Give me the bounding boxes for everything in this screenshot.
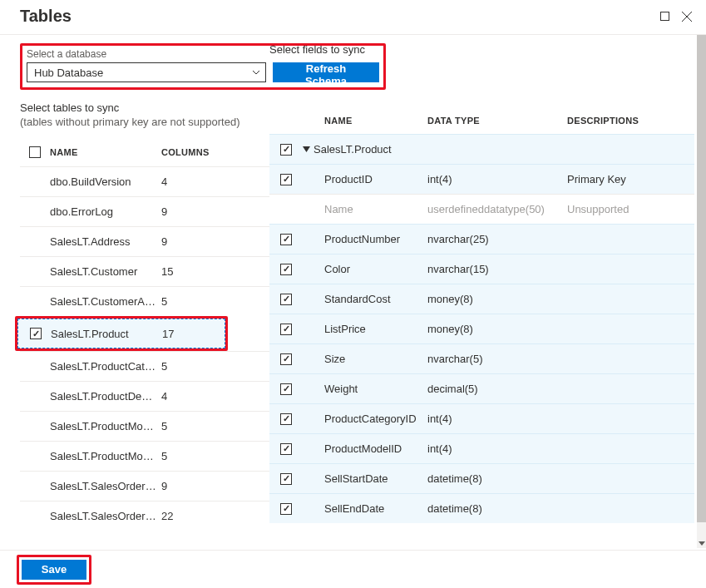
table-row[interactable]: dbo.ErrorLog9 [20, 196, 269, 226]
tables-section-label: Select tables to sync [20, 101, 269, 114]
field-type: money(8) [427, 323, 567, 335]
field-name: SellStartDate [303, 472, 427, 485]
table-name: dbo.BuildVersion [50, 175, 161, 188]
left-pane: Select a database Hub Database Refresh S… [0, 35, 269, 548]
field-name: ProductNumber [303, 233, 427, 245]
maximize-icon[interactable] [660, 12, 669, 21]
field-checkbox[interactable] [280, 234, 292, 245]
field-name: StandardCost [303, 293, 427, 305]
database-dropdown[interactable]: Hub Database [27, 62, 266, 82]
field-type: int(4) [427, 173, 567, 185]
field-type: int(4) [427, 413, 567, 425]
table-row[interactable]: SalesLT.Address9 [20, 226, 269, 256]
field-checkbox[interactable] [280, 264, 292, 275]
save-button-highlight: Save [17, 555, 91, 585]
field-checkbox[interactable] [280, 174, 292, 185]
field-checkbox[interactable] [280, 473, 292, 485]
field-type: userdefineddatatype(50) [427, 203, 567, 215]
table-column-count: 22 [161, 510, 269, 522]
fields-body: SalesLT.Product ProductIDint(4)Primary K… [269, 134, 694, 523]
field-name: ListPrice [303, 323, 427, 335]
field-checkbox[interactable] [280, 324, 292, 335]
field-name: Name [303, 203, 427, 215]
fields-header-row: NAME DATA TYPE DESCRIPTIONS [269, 107, 694, 134]
field-parent-row[interactable]: SalesLT.Product [269, 134, 694, 164]
field-row[interactable]: StandardCostmoney(8) [269, 284, 694, 314]
field-row[interactable]: ProductIDint(4)Primary Key [269, 164, 694, 194]
table-name: SalesLT.ProductCateg... [50, 360, 161, 373]
table-name: SalesLT.ProductModel [50, 420, 161, 432]
content-area: Select a database Hub Database Refresh S… [0, 35, 706, 548]
field-checkbox[interactable] [280, 503, 292, 515]
table-column-count: 9 [161, 205, 269, 218]
field-row: Nameuserdefineddatatype(50)Unsupported [269, 194, 694, 224]
table-column-count: 5 [161, 450, 269, 462]
field-name: Color [303, 263, 427, 275]
table-name: SalesLT.Address [50, 235, 161, 248]
table-name: dbo.ErrorLog [50, 205, 161, 218]
table-column-count: 9 [161, 235, 269, 248]
field-parent-checkbox[interactable] [280, 144, 292, 156]
field-checkbox[interactable] [280, 294, 292, 305]
table-row[interactable]: SalesLT.Product17 [17, 319, 225, 348]
table-name: SalesLT.Product [51, 328, 162, 340]
table-row[interactable]: SalesLT.Customer15 [20, 256, 269, 286]
field-parent-name: SalesLT.Product [314, 143, 392, 156]
tables-body: dbo.BuildVersion4dbo.ErrorLog9SalesLT.Ad… [20, 166, 269, 531]
select-all-tables-checkbox[interactable] [29, 146, 41, 158]
field-row[interactable]: ProductCategoryIDint(4) [269, 403, 694, 433]
field-row[interactable]: SellEndDatedatetime(8) [269, 493, 694, 523]
table-row[interactable]: SalesLT.SalesOrderHe...22 [20, 501, 269, 531]
field-name: SellEndDate [303, 502, 427, 515]
table-row[interactable]: SalesLT.ProductCateg...5 [20, 351, 269, 381]
table-column-count: 17 [162, 328, 225, 340]
table-row[interactable]: dbo.BuildVersion4 [20, 166, 269, 196]
field-type: datetime(8) [427, 502, 567, 515]
table-name: SalesLT.SalesOrderHe... [50, 510, 161, 522]
field-row[interactable]: ProductModelIDint(4) [269, 433, 694, 463]
field-row[interactable]: SellStartDatedatetime(8) [269, 463, 694, 493]
table-row[interactable]: SalesLT.CustomerAddr...5 [20, 286, 269, 316]
field-row[interactable]: ListPricemoney(8) [269, 314, 694, 343]
scrollbar[interactable] [697, 35, 706, 548]
right-pane: Select fields to sync NAME DATA TYPE DES… [269, 35, 706, 548]
field-type: datetime(8) [427, 472, 567, 485]
table-row[interactable]: SalesLT.ProductModel5 [20, 411, 269, 441]
save-button[interactable]: Save [22, 560, 86, 580]
tables-header-name: NAME [50, 147, 161, 157]
field-row[interactable]: Sizenvarchar(5) [269, 343, 694, 373]
field-row[interactable]: ProductNumbernvarchar(25) [269, 224, 694, 254]
field-row[interactable]: Colornvarchar(15) [269, 254, 694, 284]
table-checkbox[interactable] [30, 328, 42, 339]
table-name: SalesLT.Customer [50, 265, 161, 278]
table-column-count: 4 [161, 175, 269, 188]
table-column-count: 5 [161, 295, 269, 308]
field-checkbox[interactable] [280, 413, 292, 425]
field-type: nvarchar(15) [427, 263, 567, 275]
field-name: Weight [303, 383, 427, 395]
field-checkbox[interactable] [280, 353, 292, 365]
table-name: SalesLT.ProductDescri... [50, 390, 161, 403]
table-name: SalesLT.CustomerAddr... [50, 295, 161, 308]
tables-section-sublabel: (tables without primary key are not supp… [20, 116, 269, 128]
field-checkbox[interactable] [280, 383, 292, 395]
close-icon[interactable] [681, 11, 693, 22]
table-column-count: 5 [161, 360, 269, 373]
table-row[interactable]: SalesLT.ProductDescri...4 [20, 381, 269, 411]
table-column-count: 15 [161, 265, 269, 278]
table-column-count: 4 [161, 390, 269, 403]
scrollbar-thumb[interactable] [697, 35, 706, 522]
field-checkbox[interactable] [280, 443, 292, 455]
tables-header-row: NAME COLUMNS [20, 138, 269, 166]
field-type: decimal(5) [427, 383, 567, 395]
selected-table-highlight: SalesLT.Product17 [15, 316, 228, 351]
tables-header-columns: COLUMNS [161, 147, 269, 157]
field-type: int(4) [427, 442, 567, 455]
table-row[interactable]: SalesLT.ProductModelI...5 [20, 441, 269, 471]
fields-header-desc: DESCRIPTIONS [567, 116, 694, 126]
table-name: SalesLT.ProductModelI... [50, 450, 161, 462]
table-row[interactable]: SalesLT.SalesOrderDet...9 [20, 471, 269, 501]
field-type: nvarchar(5) [427, 353, 567, 365]
scroll-down-icon[interactable] [697, 539, 706, 548]
field-row[interactable]: Weightdecimal(5) [269, 373, 694, 403]
